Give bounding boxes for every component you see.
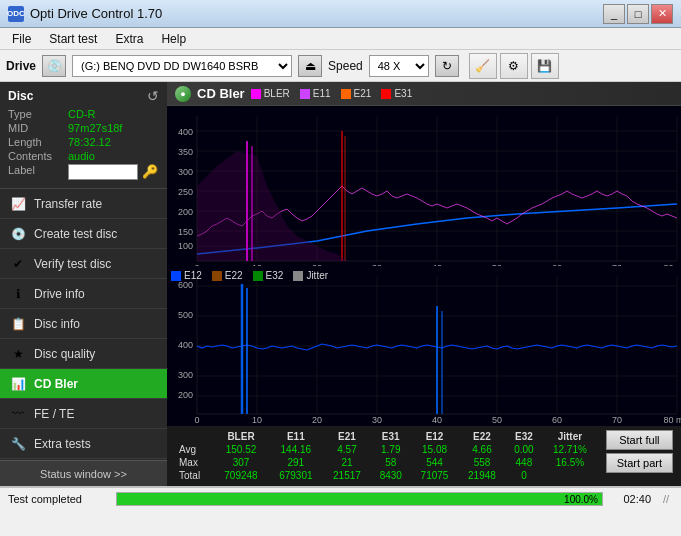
legend-e12: E12: [171, 270, 202, 281]
legend-jitter: Jitter: [293, 270, 328, 281]
stats-avg-e31: 1.79: [371, 443, 411, 456]
svg-text:200: 200: [178, 390, 193, 400]
stats-total-e22: 21948: [458, 469, 505, 482]
start-full-button[interactable]: Start full: [606, 430, 673, 450]
stats-max-e12: 544: [411, 456, 458, 469]
disc-type-label: Type: [8, 108, 68, 120]
menu-start-test[interactable]: Start test: [41, 30, 105, 48]
stats-max-e11: 291: [268, 456, 323, 469]
label-edit-icon[interactable]: 🔑: [142, 164, 158, 180]
legend-e11-label: E11: [313, 88, 331, 99]
sidebar-item-verify-test-disc[interactable]: ✔ Verify test disc: [0, 249, 167, 279]
sidebar-item-drive-info[interactable]: ℹ Drive info: [0, 279, 167, 309]
sidebar-item-transfer-rate[interactable]: 📈 Transfer rate: [0, 189, 167, 219]
stats-buttons: Start full Start part: [606, 430, 673, 473]
stats-total-e12: 71075: [411, 469, 458, 482]
svg-text:10: 10: [252, 415, 262, 425]
sidebar-item-fe-te[interactable]: 〰 FE / TE: [0, 399, 167, 429]
legend-bler: BLER: [251, 88, 290, 99]
disc-contents-value: audio: [68, 150, 95, 162]
disc-row-mid: MID 97m27s18f: [8, 122, 159, 134]
stats-table: BLER E11 E21 E31 E12 E22 E32 Jitter: [175, 430, 598, 482]
drive-icon-btn[interactable]: 💿: [42, 55, 66, 77]
eject-button[interactable]: ⏏: [298, 55, 322, 77]
disc-mid-value: 97m27s18f: [68, 122, 122, 134]
stats-avg-e11: 144.16: [268, 443, 323, 456]
sidebar: Disc ↺ Type CD-R MID 97m27s18f Length 78…: [0, 82, 167, 486]
menu-help[interactable]: Help: [153, 30, 194, 48]
sidebar-item-cd-bler[interactable]: 📊 CD Bler: [0, 369, 167, 399]
stats-empty-header: [175, 430, 214, 443]
status-window-label: Status window >>: [40, 468, 127, 480]
stats-total-e21: 21517: [323, 469, 370, 482]
stats-max-e22: 558: [458, 456, 505, 469]
legend-e12-label: E12: [184, 270, 202, 281]
svg-text:200: 200: [178, 207, 193, 217]
nav-label-create-test-disc: Create test disc: [34, 227, 117, 241]
extra-tests-icon: 🔧: [10, 436, 26, 452]
chart-legend: BLER E11 E21 E31: [251, 88, 413, 99]
content-area: ● CD Bler BLER E11 E21 E31: [167, 82, 681, 486]
save-button[interactable]: 💾: [531, 53, 559, 79]
sidebar-item-create-test-disc[interactable]: 💿 Create test disc: [0, 219, 167, 249]
stats-avg-bler: 150.52: [214, 443, 269, 456]
disc-label-input[interactable]: [68, 164, 138, 180]
status-window-button[interactable]: Status window >>: [0, 460, 167, 486]
sidebar-item-extra-tests[interactable]: 🔧 Extra tests: [0, 429, 167, 459]
disc-refresh-icon[interactable]: ↺: [147, 88, 159, 104]
stats-total-e32: 0: [506, 469, 542, 482]
start-part-button[interactable]: Start part: [606, 453, 673, 473]
status-corner: //: [659, 493, 673, 505]
svg-text:20: 20: [312, 415, 322, 425]
title-bar: ODC Opti Drive Control 1.70 _ □ ✕: [0, 0, 681, 28]
chart-1-area: 400 350 300 250 200 150 100 0 10 20 30 4…: [167, 106, 681, 266]
erase-button[interactable]: 🧹: [469, 53, 497, 79]
stats-max-e31: 58: [371, 456, 411, 469]
sidebar-item-disc-info[interactable]: 📋 Disc info: [0, 309, 167, 339]
progress-bar: 100.0%: [116, 492, 603, 506]
stats-avg-label: Avg: [175, 443, 214, 456]
legend-e32: E32: [253, 270, 284, 281]
stats-max-e32: 448: [506, 456, 542, 469]
transfer-rate-icon: 📈: [10, 196, 26, 212]
drive-bar: Drive 💿 (G:) BENQ DVD DD DW1640 BSRB ⏏ S…: [0, 50, 681, 82]
legend-jitter-dot: [293, 271, 303, 281]
progress-fill: [117, 493, 602, 505]
menu-extra[interactable]: Extra: [107, 30, 151, 48]
close-button[interactable]: ✕: [651, 4, 673, 24]
stats-avg-e22: 4.66: [458, 443, 505, 456]
disc-type-value: CD-R: [68, 108, 96, 120]
status-bar: Test completed 100.0% 02:40 //: [0, 486, 681, 510]
minimize-button[interactable]: _: [603, 4, 625, 24]
svg-text:30: 30: [372, 415, 382, 425]
stats-total-jitter: [542, 469, 598, 482]
chart-header-icon: ●: [175, 86, 191, 102]
stats-header-e31: E31: [371, 430, 411, 443]
disc-title: Disc: [8, 89, 33, 103]
speed-select[interactable]: 48 X: [369, 55, 429, 77]
chart-2-svg: 600 500 400 300 200 0 10 20 30 40 50 60 …: [167, 266, 681, 426]
disc-row-label: Label 🔑: [8, 164, 159, 180]
legend-bler-label: BLER: [264, 88, 290, 99]
stats-total-e31: 8430: [371, 469, 411, 482]
stats-max-bler: 307: [214, 456, 269, 469]
svg-text:80 min: 80 min: [663, 415, 681, 425]
disc-contents-label: Contents: [8, 150, 68, 162]
maximize-button[interactable]: □: [627, 4, 649, 24]
svg-text:40: 40: [432, 415, 442, 425]
refresh-button[interactable]: ↻: [435, 55, 459, 77]
stats-header-e32: E32: [506, 430, 542, 443]
progress-percentage: 100.0%: [564, 493, 598, 507]
stats-area: BLER E11 E21 E31 E12 E22 E32 Jitter: [167, 425, 681, 486]
drive-select[interactable]: (G:) BENQ DVD DD DW1640 BSRB: [72, 55, 292, 77]
menu-file[interactable]: File: [4, 30, 39, 48]
svg-text:0: 0: [194, 415, 199, 425]
settings-button[interactable]: ⚙: [500, 53, 528, 79]
sidebar-item-disc-quality[interactable]: ★ Disc quality: [0, 339, 167, 369]
legend-e32-dot: [253, 271, 263, 281]
drive-info-icon: ℹ: [10, 286, 26, 302]
fe-te-icon: 〰: [10, 406, 26, 422]
title-bar-title: Opti Drive Control 1.70: [30, 6, 162, 21]
main-layout: Disc ↺ Type CD-R MID 97m27s18f Length 78…: [0, 82, 681, 486]
drive-icons: 🧹 ⚙ 💾: [469, 53, 559, 79]
